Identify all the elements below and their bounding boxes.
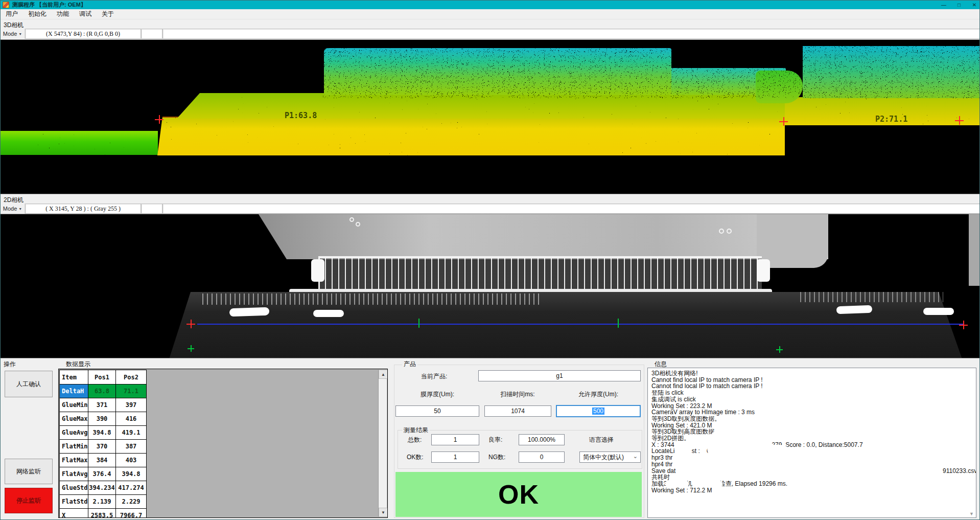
menu-item-function[interactable]: 功能 (52, 10, 74, 18)
log-line: 等到3D取到灰度图数据。 (651, 416, 720, 422)
menu-item-debug[interactable]: 调试 (74, 10, 97, 18)
total-count-label: 总数: (408, 436, 422, 444)
p2-measurement-label: P2:71.1 (875, 115, 907, 124)
crosshair-marker-2d-left (186, 320, 195, 328)
scroll-up-icon[interactable]: ▲ (379, 370, 388, 379)
film-thickness-field[interactable]: 50 (395, 405, 479, 417)
chevron-down-icon: ▼ (18, 207, 22, 211)
base-pad-strip-right (800, 292, 943, 302)
glue-blob (923, 308, 954, 315)
minimize-icon[interactable]: — (940, 2, 948, 8)
crosshair-marker-3d-mid (779, 117, 788, 126)
table-row[interactable]: FlatMin 370 387 (60, 440, 147, 454)
table-row[interactable]: X 2583.5 7966.7 (60, 509, 147, 518)
menu-item-init[interactable]: 初始化 (23, 10, 52, 18)
crosshair-marker-3d-right (955, 116, 964, 125)
table-row[interactable]: DeltaH 63.8 71.1 (60, 385, 147, 398)
camera2d-status-cell-2 (141, 204, 162, 214)
camera3d-viewport[interactable]: P1:63.8 P2:71.1 (1, 39, 980, 194)
menu-item-user[interactable]: 用户 (1, 10, 23, 18)
table-row[interactable]: FlatStd 2.139 2.229 (60, 495, 147, 509)
yield-field[interactable]: 100.000% (519, 434, 565, 445)
redaction-blob (744, 465, 941, 472)
table-row[interactable]: FlatAvg 376.4 394.8 (60, 467, 147, 481)
log-line: hpr4 thr (651, 461, 672, 468)
ng-count-field[interactable]: 0 (519, 451, 565, 463)
results-group-label: 测量结果 (402, 426, 430, 435)
heightmap-mid-body (177, 93, 785, 119)
pcb-hole-icon (349, 217, 354, 222)
table-scrollbar[interactable]: ▲ ▼ (378, 370, 387, 517)
crosshair-marker-3d-left (155, 115, 164, 124)
log-line: CameraV array to HImage time : 3 ms (651, 409, 755, 416)
green-tick-marker (618, 319, 619, 328)
log-line: hpr3 thr (651, 455, 672, 461)
scroll-down-icon[interactable]: ▼ (379, 508, 388, 517)
ok-count-label: OK数: (407, 453, 424, 462)
camera3d-mode-button[interactable]: Mode ▼ (1, 29, 25, 39)
allow-thickness-field[interactable]: 500 (556, 405, 641, 417)
connector-endcap-left (311, 259, 324, 282)
manual-confirm-button[interactable]: 人工确认 (5, 371, 53, 397)
table-header-row: Item Pos1 Pos2 (60, 370, 147, 385)
menu-item-about[interactable]: 关于 (97, 10, 119, 18)
product-group-label: 产品 (402, 360, 417, 369)
connector-pins (318, 256, 762, 293)
glue-blob (836, 305, 872, 314)
data-display-group-label: 数据显示 (66, 360, 90, 369)
chevron-down-icon: ⌄ (633, 453, 638, 460)
crosshair-marker-2d-right (959, 321, 968, 329)
table-row[interactable]: GlueMax 390 416 (60, 412, 147, 426)
scan-time-label: 扫描时间ms: (477, 390, 558, 399)
camera3d-status-cell-2 (141, 29, 162, 39)
log-line: 共耗时 (651, 474, 670, 481)
measurement-table: Item Pos1 Pos2 DeltaH 63.8 71.1 GlueMin … (59, 370, 147, 518)
pcb-hole-icon (719, 229, 724, 234)
scroll-down-icon[interactable]: ▼ (969, 511, 974, 516)
close-icon[interactable]: ✕ (970, 2, 978, 8)
heightmap-hook (756, 71, 803, 103)
table-row[interactable]: GlueMin 371 397 (60, 398, 147, 412)
current-product-field[interactable]: g1 (478, 370, 641, 381)
camera2d-pixel-status: ( X 3145, Y 28 ) : ( Gray 255 ) (25, 204, 141, 214)
base-pad-strip-left (202, 293, 540, 305)
camera2d-mode-button[interactable]: Mode ▼ (1, 204, 25, 214)
language-select-label: 语言选择 (589, 436, 614, 444)
camera3d-mode-row: Mode ▼ (X 5473,Y 84) : (R 0,G 0,B 0) (1, 29, 980, 39)
scan-time-field[interactable]: 1074 (484, 405, 551, 417)
data-display-panel: Item Pos1 Pos2 DeltaH 63.8 71.1 GlueMin … (58, 369, 388, 518)
column-header-pos1[interactable]: Pos1 (88, 370, 116, 385)
table-row[interactable]: GlueStd 394.234 417.274 (60, 481, 147, 495)
green-cross-marker (188, 345, 194, 352)
window-controls: — □ ✕ (940, 1, 978, 9)
maximize-icon[interactable]: □ (955, 2, 963, 8)
table-row[interactable]: GlueAvg 394.8 419.1 (60, 426, 147, 440)
log-panel[interactable]: 3D相机没有网络! Cannot find local IP to match … (647, 368, 976, 518)
camera2d-viewport[interactable] (1, 214, 980, 358)
language-select-dropdown[interactable]: 简体中文(默认) ⌄ (579, 451, 641, 463)
current-product-label: 当前产品: (421, 372, 447, 381)
heightmap-right-upper (803, 46, 980, 98)
table-row[interactable]: FlatMax 384 403 (60, 454, 147, 467)
glue-blob (313, 310, 344, 317)
green-tick-marker (418, 319, 419, 328)
total-count-field[interactable]: 1 (431, 434, 479, 445)
camera2d-status-cell-3 (162, 204, 980, 214)
log-line: 等到2D拼图。 (651, 435, 690, 442)
network-listen-button[interactable]: 网络监听 (5, 459, 53, 484)
log-line: Working Set : 712.2 M (651, 487, 712, 494)
column-header-item[interactable]: Item (60, 370, 88, 385)
pcb-hole-icon (727, 229, 732, 234)
menu-bar: 用户 初始化 功能 调试 关于 (1, 9, 980, 19)
chevron-down-icon: ▼ (18, 32, 22, 36)
log-line: 集成调试 is click (651, 396, 696, 403)
stop-listen-button[interactable]: 停止监听 (5, 488, 53, 513)
column-header-pos2[interactable]: Pos2 (116, 370, 147, 385)
ok-count-field[interactable]: 1 (431, 451, 479, 463)
log-line: 3D相机没有网络! (651, 370, 698, 377)
green-cross-marker (776, 346, 783, 353)
log-line: 登陆 is click (651, 390, 684, 396)
redaction-blob (696, 481, 722, 487)
heightmap-main-slab (157, 117, 785, 155)
connector-endcap-right (757, 259, 770, 282)
